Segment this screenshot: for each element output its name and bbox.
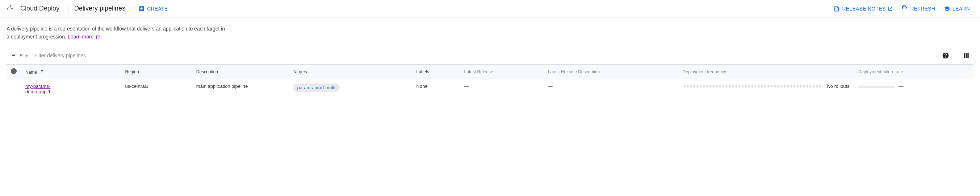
filter-input[interactable] [34,53,941,58]
description-cell: main application pipeline [192,79,289,99]
col-labels[interactable]: Labels [412,64,460,79]
failure-text: — [899,84,903,89]
col-deploy-freq[interactable]: Deployment frequency [678,64,854,79]
external-link-icon [888,6,893,11]
create-button[interactable]: Create [134,3,172,15]
failure-bar [858,86,894,88]
deploy-freq-cell: No rollouts [678,79,854,99]
help-button[interactable] [941,51,950,60]
region-cell: us-central1 [121,79,192,99]
table-row: my-params-demo-app-1 us-central1 main ap… [6,79,974,99]
help-icon [942,52,949,59]
col-targets[interactable]: Targets [288,64,412,79]
target-chip[interactable]: params-prod-multi [293,84,339,92]
frequency-sparkline [682,85,823,87]
col-latest-release-desc[interactable]: Latest Release Description [544,64,678,79]
deploy-fail-cell: — [854,79,974,99]
columns-icon [963,52,970,59]
divider [68,4,68,14]
latest-release-cell: — [460,79,544,99]
page-title: Delivery pipelines [72,5,134,12]
filter-icon [10,51,18,60]
release-notes-button[interactable]: Release Notes [829,3,897,15]
learn-label: Learn [953,6,970,11]
cloud-deploy-logo-icon [6,4,16,14]
external-link-icon [95,35,101,40]
col-deploy-fail[interactable]: Deployment failure rate [854,64,974,79]
col-description[interactable]: Description [192,64,289,79]
column-settings-button[interactable] [962,51,970,60]
learn-button[interactable]: Learn [939,3,974,15]
latest-release-desc-cell: — [544,79,678,99]
divider [956,51,956,60]
plus-box-icon [138,5,145,12]
release-notes-label: Release Notes [842,6,886,11]
col-region[interactable]: Region [121,64,192,79]
labels-cell: None [412,79,460,99]
create-label: Create [147,6,168,11]
filter-label: Filter [19,53,30,58]
col-latest-release[interactable]: Latest Release [460,64,544,79]
col-name[interactable]: Name [21,64,121,79]
pipelines-table: Name Region Description Targets Labels L… [6,64,974,100]
pipeline-name-link[interactable]: my-params-demo-app-1 [25,84,62,94]
refresh-icon [901,5,908,12]
page-description: A delivery pipeline is a representation … [0,18,232,47]
product-name: Cloud Deploy [20,5,67,12]
refresh-button[interactable]: Refresh [897,3,939,15]
notes-icon [833,5,840,12]
refresh-label: Refresh [910,6,935,11]
learn-icon [944,5,950,12]
frequency-text: No rollouts [827,84,849,89]
select-all-header[interactable] [6,64,21,79]
description-text: A delivery pipeline is a representation … [6,26,225,40]
row-select[interactable] [6,79,21,99]
learn-more-label: Learn more [68,34,94,40]
sort-ascending-icon [40,70,45,75]
learn-more-link[interactable]: Learn more [68,34,101,40]
